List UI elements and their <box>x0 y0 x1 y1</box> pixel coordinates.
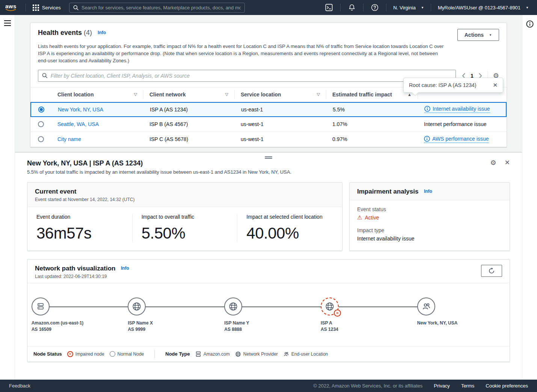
refresh-button[interactable] <box>481 265 502 277</box>
detail-panel-title: New York, NY, USA | ISP A (AS 1234) <box>27 159 291 167</box>
legend-label: Network Provider <box>243 351 278 357</box>
analysis-link[interactable]: Internet availability issue <box>424 106 490 113</box>
node-name: New York, NY, USA <box>417 320 458 326</box>
client-location-link[interactable]: City name <box>57 136 81 142</box>
legend-impaired-node: ✕Impaired node <box>67 351 104 357</box>
impairment-info-link[interactable]: Info <box>424 189 432 194</box>
help-panel-collapsed <box>522 15 537 380</box>
table-row[interactable]: New York, NY, USA ISP A (AS 1234) us-eas… <box>30 102 507 117</box>
path-node-isp-a-impaired[interactable]: ✕ ISP AAS 1234 <box>330 297 407 333</box>
path-node-end-user[interactable]: New York, NY, USA <box>426 297 504 326</box>
cookie-preferences-link[interactable]: Cookie preferences <box>486 383 528 389</box>
nav-divider <box>340 3 341 12</box>
column-header-client-location[interactable]: Client location▽ <box>51 90 143 99</box>
root-cause-tooltip-text: Root cause: ISP A (AS 1234) <box>409 82 477 88</box>
legend-amazon: Amazon.com <box>195 351 230 357</box>
sort-ascending-icon[interactable]: ▲ <box>407 92 412 97</box>
current-event-card: Current event Event started at November … <box>27 182 342 251</box>
path-legend: Node Status ✕Impaired node Normal Node N… <box>27 346 510 362</box>
column-header-service-location[interactable]: Service location▽ <box>235 90 326 99</box>
sort-icon[interactable]: ▽ <box>317 92 320 97</box>
analysis-link[interactable]: AWS performance issue <box>424 136 489 143</box>
server-stack-icon <box>36 302 45 311</box>
notifications-button[interactable] <box>344 0 359 15</box>
column-label: Client network <box>149 92 186 98</box>
row-radio[interactable] <box>38 121 44 127</box>
region-label: N. Virginia <box>393 5 416 11</box>
terms-link[interactable]: Terms <box>461 383 474 389</box>
health-events-description: Lists health events for your application… <box>38 43 447 65</box>
client-location-link[interactable]: New York, NY, USA <box>58 107 103 113</box>
globe-icon <box>228 302 238 311</box>
radio-column-header <box>30 90 51 99</box>
legend-network-provider: Network Provider <box>235 351 278 357</box>
health-events-info-link[interactable]: Info <box>98 30 106 35</box>
network-path-info-link[interactable]: Info <box>121 266 129 271</box>
impact-type-label: Impact type <box>357 227 502 233</box>
side-nav-collapsed <box>0 15 15 380</box>
tooltip-close-icon[interactable]: ✕ <box>493 82 498 89</box>
path-node-amazon[interactable]: Amazon.com (us-east-1)AS 16509 <box>41 297 118 333</box>
node-name: ISP A <box>321 320 332 326</box>
client-location-link[interactable]: Seattle, WA, USA <box>57 121 99 127</box>
actions-button[interactable]: Actions ▼ <box>457 29 499 41</box>
aws-logo[interactable]: aws <box>5 4 17 12</box>
normal-node-icon <box>110 351 115 357</box>
cloudshell-button[interactable] <box>321 0 336 15</box>
global-search-input[interactable] <box>81 5 241 11</box>
health-events-count: (4) <box>84 29 92 36</box>
network-path-last-updated: Last updated: 2022-06-29T14:30:19 <box>35 274 129 279</box>
account-menu[interactable]: MyRole/AWSUser @ 0123-4567-8901 ▼ <box>435 0 532 15</box>
info-circle-icon[interactable] <box>526 20 534 28</box>
legend-end-user-location: End-user Location <box>283 351 328 357</box>
hamburger-menu-icon[interactable] <box>4 20 11 26</box>
legend-label: Impaired node <box>75 351 104 357</box>
service-location-cell: us-west-1 <box>235 121 326 127</box>
metric-value: 5.50% <box>142 224 228 242</box>
filter-input[interactable] <box>51 73 452 79</box>
column-label: Estimated traffic impact <box>332 92 392 98</box>
sort-icon[interactable]: ▽ <box>134 92 137 97</box>
server-stack-icon <box>195 351 201 357</box>
column-header-client-network[interactable]: Client network▽ <box>143 90 235 99</box>
analysis-label: AWS performance issue <box>432 136 489 142</box>
sort-icon[interactable]: ▽ <box>225 92 228 97</box>
help-button[interactable] <box>367 0 382 15</box>
console-footer: Feedback © 2022, Amazon Web Services, In… <box>0 380 537 392</box>
root-cause-tooltip: Root cause: ISP A (AS 1234) ✕ <box>403 78 503 93</box>
metric-value: 40.00% <box>246 224 333 242</box>
cloudshell-terminal-icon <box>325 4 333 11</box>
health-events-title: Health events <box>38 29 82 36</box>
event-status-label: Event status <box>357 206 502 212</box>
network-path-card: Network path visualization Info Last upd… <box>27 259 510 362</box>
end-users-icon <box>283 351 289 357</box>
traffic-impact-cell: 1.07% <box>326 121 418 127</box>
filter-input-container <box>38 70 456 82</box>
feedback-link[interactable]: Feedback <box>9 383 30 389</box>
info-circle-icon <box>424 136 430 142</box>
privacy-link[interactable]: Privacy <box>434 383 450 389</box>
row-radio[interactable] <box>38 136 44 142</box>
account-label: MyRole/AWSUser @ 0123-4567-8901 <box>438 5 520 11</box>
path-node-isp-y[interactable]: ISP Name YAS 8888 <box>233 297 311 333</box>
event-status-value: Active <box>365 215 379 221</box>
table-row[interactable]: Seattle, WA, USA ISP B (AS 4567) us-west… <box>30 117 507 132</box>
panel-close-icon[interactable]: ✕ <box>505 159 510 166</box>
top-navigation: aws Services N. Virginia ▼ MyRole/AWSUs <box>0 0 537 15</box>
split-panel-drag-handle[interactable] <box>265 156 272 159</box>
table-row[interactable]: City name ISP C (AS 5678) us-west-1 0.97… <box>30 132 507 147</box>
services-menu[interactable]: Services <box>30 0 64 15</box>
legend-label: End-user Location <box>291 351 328 357</box>
global-search[interactable] <box>69 3 245 13</box>
path-node-isp-x[interactable]: ISP Name XAS 9999 <box>137 297 214 333</box>
node-asn: AS 8888 <box>224 327 242 332</box>
event-detail-panel: New York, NY, USA | ISP A (AS 1234) 5.5%… <box>15 152 522 380</box>
region-selector[interactable]: N. Virginia ▼ <box>390 0 427 15</box>
panel-settings-gear-icon[interactable]: ⚙ <box>490 159 496 166</box>
column-label: Service location <box>241 92 281 98</box>
node-status-legend-label: Node Status <box>33 351 62 357</box>
metric-label: Impact at selected client location <box>246 214 333 220</box>
column-label: Client location <box>57 92 94 98</box>
network-path-visualization: Amazon.com (us-east-1)AS 16509 ISP Name … <box>27 283 510 346</box>
row-radio-selected[interactable] <box>38 107 44 113</box>
